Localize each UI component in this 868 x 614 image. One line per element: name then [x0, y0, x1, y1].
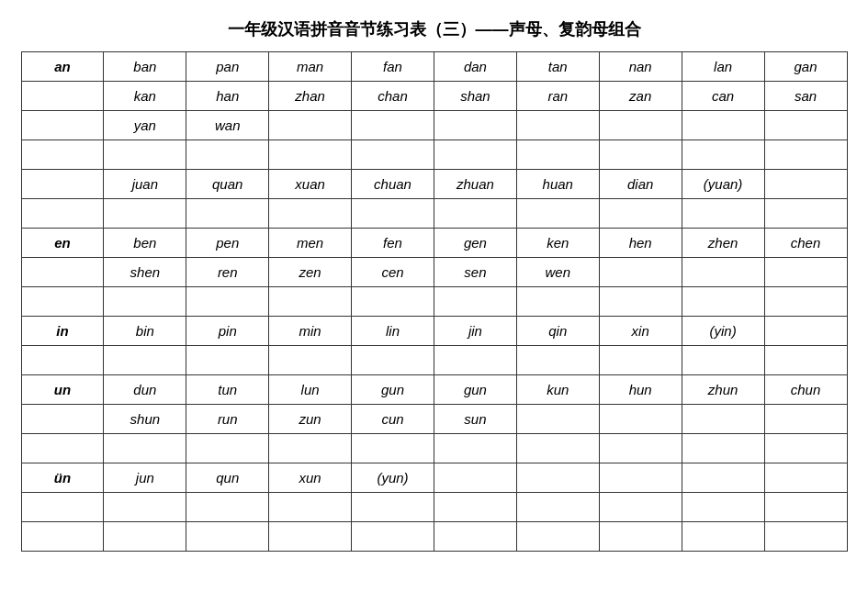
table-cell — [104, 522, 186, 552]
table-cell — [434, 140, 516, 170]
table-row: juanquanxuanchuanzhuanhuandian(yuan) — [21, 170, 847, 199]
table-cell — [434, 522, 516, 552]
table-cell — [599, 199, 682, 229]
table-cell — [352, 493, 434, 522]
table-cell — [764, 463, 847, 493]
table-row — [21, 346, 847, 375]
table-cell: wen — [516, 258, 599, 287]
pinyin-table: anbanpanmanfandantannanlangankanhanzhanc… — [21, 51, 848, 552]
table-cell — [682, 287, 764, 317]
table-cell — [764, 258, 847, 287]
table-cell: cen — [352, 258, 434, 287]
table-cell: sen — [434, 258, 516, 287]
table-cell — [21, 346, 104, 375]
table-cell — [352, 522, 434, 552]
table-cell: cun — [352, 405, 434, 434]
table-cell: quan — [186, 170, 269, 199]
table-cell — [434, 346, 516, 375]
table-cell: qin — [516, 317, 599, 346]
table-cell — [516, 434, 599, 463]
table-cell — [516, 463, 599, 493]
table-cell: zhen — [682, 229, 764, 258]
table-cell — [682, 111, 764, 140]
table-cell: ken — [516, 229, 599, 258]
table-row: anbanpanmanfandantannanlangan — [21, 52, 847, 82]
table-cell — [682, 493, 764, 522]
table-cell: pin — [186, 317, 269, 346]
table-cell: pen — [186, 229, 269, 258]
table-cell — [682, 434, 764, 463]
table-cell — [269, 199, 352, 229]
table-cell — [269, 346, 352, 375]
table-cell — [104, 199, 186, 229]
table-cell: zen — [269, 258, 352, 287]
table-cell: hen — [599, 229, 682, 258]
table-cell: huan — [516, 170, 599, 199]
table-cell: an — [21, 52, 104, 82]
table-cell — [599, 463, 682, 493]
table-cell — [104, 434, 186, 463]
table-cell: gen — [434, 229, 516, 258]
table-cell: bin — [104, 317, 186, 346]
table-cell — [352, 346, 434, 375]
table-cell — [269, 140, 352, 170]
table-cell: chan — [352, 82, 434, 111]
table-cell — [764, 522, 847, 552]
table-cell — [21, 199, 104, 229]
table-cell — [21, 434, 104, 463]
table-cell — [764, 346, 847, 375]
table-row — [21, 522, 847, 552]
table-cell — [682, 463, 764, 493]
table-cell — [186, 346, 269, 375]
table-cell — [434, 434, 516, 463]
table-cell: qun — [186, 463, 269, 493]
table-cell: zan — [599, 82, 682, 111]
table-cell — [434, 287, 516, 317]
table-cell — [682, 140, 764, 170]
table-cell — [104, 140, 186, 170]
table-cell: zun — [269, 405, 352, 434]
table-cell: gun — [352, 375, 434, 405]
table-cell — [434, 199, 516, 229]
table-cell: fan — [352, 52, 434, 82]
table-row: enbenpenmenfengenkenhenzhenchen — [21, 229, 847, 258]
table-cell — [269, 522, 352, 552]
table-cell — [599, 346, 682, 375]
table-cell: in — [21, 317, 104, 346]
table-cell — [764, 199, 847, 229]
table-cell: pan — [186, 52, 269, 82]
table-cell — [682, 346, 764, 375]
table-cell — [21, 82, 104, 111]
table-cell: chen — [764, 229, 847, 258]
table-cell — [269, 111, 352, 140]
table-row: ünjunqunxun(yun) — [21, 463, 847, 493]
table-cell: (yun) — [352, 463, 434, 493]
table-cell: xun — [269, 463, 352, 493]
table-cell: run — [186, 405, 269, 434]
table-cell — [516, 111, 599, 140]
table-cell — [104, 493, 186, 522]
table-cell — [21, 170, 104, 199]
table-cell: lan — [682, 52, 764, 82]
table-cell: ren — [186, 258, 269, 287]
table-cell: jin — [434, 317, 516, 346]
table-cell — [186, 434, 269, 463]
table-cell: min — [269, 317, 352, 346]
table-cell — [516, 199, 599, 229]
table-cell: juan — [104, 170, 186, 199]
table-cell — [104, 287, 186, 317]
table-cell — [21, 493, 104, 522]
table-cell: en — [21, 229, 104, 258]
table-cell: kan — [104, 82, 186, 111]
table-cell: dan — [434, 52, 516, 82]
table-cell — [516, 405, 599, 434]
table-cell — [186, 522, 269, 552]
table-cell: ban — [104, 52, 186, 82]
table-cell: tun — [186, 375, 269, 405]
table-cell — [186, 287, 269, 317]
table-cell: zhan — [269, 82, 352, 111]
table-row: unduntunlungungunkunhunzhunchun — [21, 375, 847, 405]
table-cell: hun — [599, 375, 682, 405]
table-row: inbinpinminlinjinqinxin(yin) — [21, 317, 847, 346]
table-cell — [516, 140, 599, 170]
